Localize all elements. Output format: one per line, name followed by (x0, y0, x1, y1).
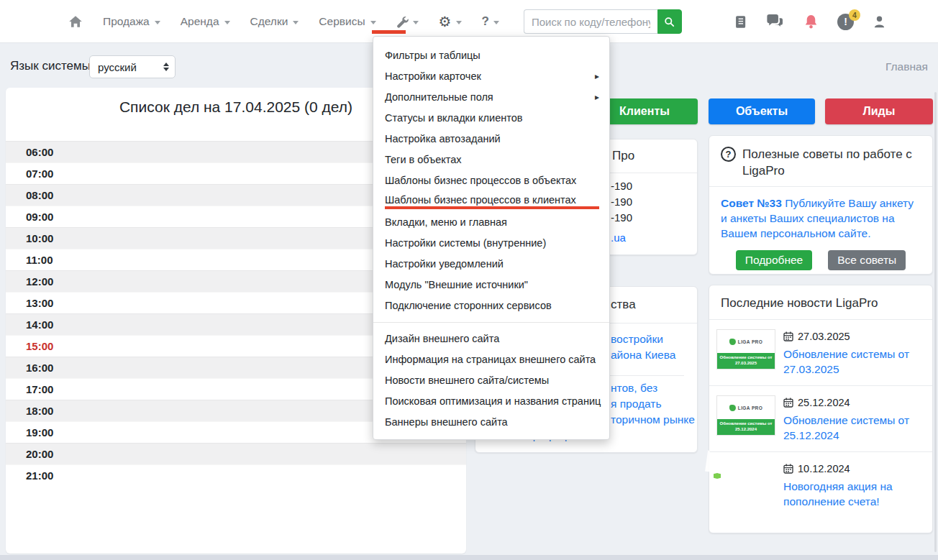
news-card: Последние новости LigaPro LIGA PRO Обнов… (709, 285, 933, 533)
time-label: 18:00 (26, 405, 53, 417)
partner-card-title-fragment: ства (611, 298, 636, 312)
directory-icon[interactable] (734, 15, 747, 29)
time-label: 09:00 (26, 211, 53, 223)
menu-item-tabs-menu-main[interactable]: Вкладки, меню и главная (373, 212, 609, 233)
menu-item-third-party-services[interactable]: Подключение сторонних сервисов (373, 295, 609, 316)
time-label: 19:00 (26, 426, 53, 439)
menu-item-autotasks[interactable]: Настройка автозаданий (373, 129, 609, 150)
tip-details-button[interactable]: Подробнее (736, 250, 812, 270)
news-thumbnail[interactable]: LIGA PRO Обновление системы от 27.03.202… (716, 329, 775, 377)
time-label: 20:00 (26, 448, 53, 460)
menu-item-site-banners[interactable]: Баннеры внешнего сайта (373, 412, 609, 433)
menu-item-card-settings[interactable]: Настройки карточек▸ (373, 66, 609, 87)
tips-card-title: Полезные советы по работе с LigaPro (742, 146, 921, 179)
active-nav-underline (372, 30, 406, 34)
search-box (524, 9, 682, 34)
help-menu-toggle[interactable]: ? (482, 14, 499, 29)
tools-menu-toggle[interactable] (396, 16, 419, 28)
thumbnail-caption: Обновление системы от 27.03.2025 (717, 353, 775, 369)
language-label: Язык системы (10, 59, 91, 73)
menu-item-notification-settings[interactable]: Настройки уведомлений (373, 254, 609, 275)
nav-item-label: Сервисы (319, 15, 365, 28)
menu-item-extra-fields[interactable]: Дополнительные поля▸ (373, 87, 609, 108)
leads-button[interactable]: Лиды (825, 98, 933, 124)
breadcrumb-home-link[interactable]: Главная (885, 60, 928, 73)
partner-link-fragment[interactable]: айона Киева (611, 349, 675, 362)
chevron-down-icon (370, 21, 376, 24)
tip-number-label: Совет №33 (721, 197, 782, 209)
partner-link-fragment[interactable]: я продать (611, 398, 662, 410)
objects-button[interactable]: Объекты (709, 98, 815, 124)
calendar-icon (783, 464, 793, 474)
menu-divider (373, 322, 609, 323)
nav-item-deals[interactable]: Сделки (250, 15, 299, 28)
menu-item-system-settings[interactable]: Настройки системы (внутренние) (373, 233, 609, 254)
messages-icon[interactable] (765, 14, 785, 29)
menu-item-seo-page-titles[interactable]: Поисковая оптимизация и названия страниц (373, 391, 609, 412)
notifications-bell-icon[interactable] (803, 14, 819, 30)
partner-link-fragment[interactable]: востройки (611, 333, 663, 346)
time-label: 13:00 (26, 297, 53, 309)
news-link[interactable]: Обновление системы от 25.12.2024 (783, 413, 922, 443)
news-thumbnail[interactable]: НОВОРІЧНІ БОНУСИ! При оплаті CRM на пів … (716, 462, 775, 509)
nav-item-sales[interactable]: Продажа (103, 15, 160, 28)
thumbnail-caption: Обновление системы от 25.12.2024 (717, 419, 775, 435)
menu-item-site-design[interactable]: Дизайн внешнего сайта (373, 329, 609, 349)
news-link[interactable]: Новогодняя акция на пополнение счета! (783, 479, 922, 509)
menu-item-bp-templates-clients[interactable]: Шаблоны бизнес процессов в клиентах (373, 191, 609, 212)
partner-link-fragment[interactable]: торичном рынке (611, 413, 695, 426)
time-row[interactable]: 20:00 (6, 443, 466, 464)
news-date: 10.12.2024 (798, 463, 850, 474)
menu-item-filters-tables[interactable]: Фильтры и таблицы (373, 45, 609, 66)
menu-item-bp-templates-objects[interactable]: Шаблоны бизнес процессов в объектах (373, 170, 609, 191)
nav-item-rent[interactable]: Аренда (181, 15, 230, 28)
language-select[interactable]: русский (89, 55, 176, 78)
nav-item-services[interactable]: Сервисы (319, 15, 375, 28)
menu-item-object-tags[interactable]: Теги в объектах (373, 150, 609, 170)
chevron-down-icon (293, 21, 299, 24)
time-label: 11:00 (26, 254, 53, 266)
balance-icon[interactable]: ! 4 (837, 14, 854, 30)
home-icon[interactable] (68, 15, 83, 28)
menu-item-site-pages-info[interactable]: Информация на страницах внешнего сайта (373, 349, 609, 370)
menu-item-client-statuses-tabs[interactable]: Статусы и вкладки клиентов (373, 108, 609, 129)
nav-item-label: Аренда (181, 15, 219, 28)
select-arrows-icon (163, 63, 169, 71)
menu-item-external-sources-module[interactable]: Модуль "Внешние источники" (373, 275, 609, 295)
ligapro-logo-icon (729, 405, 736, 411)
profile-icon[interactable] (873, 15, 886, 29)
bottom-edge-bar (0, 555, 938, 560)
news-thumbnail[interactable]: LIGA PRO Обновление системы от 25.12.202… (716, 395, 775, 443)
time-label: 12:00 (26, 275, 53, 288)
vertical-scrollbar[interactable] (934, 92, 937, 552)
circled-question-icon: ? (721, 147, 736, 162)
time-label: 17:00 (26, 383, 53, 395)
site-link-fragment[interactable]: .ua (611, 231, 626, 244)
nav-item-label: Сделки (250, 15, 288, 28)
submenu-arrow-icon: ▸ (595, 87, 599, 108)
calendar-icon (783, 398, 793, 408)
settings-dropdown-menu: Фильтры и таблицы Настройки карточек▸ До… (373, 36, 610, 440)
calendar-icon (783, 331, 793, 341)
news-item: НОВОРІЧНІ БОНУСИ! При оплаті CRM на пів … (709, 452, 932, 518)
menu-item-site-news[interactable]: Новости внешнего сайта/системы (373, 370, 609, 391)
news-link[interactable]: Обновление системы от 27.03.2025 (783, 346, 922, 377)
news-card-title: Последние новости LigaPro (709, 285, 932, 319)
all-tips-button[interactable]: Все советы (828, 250, 906, 270)
notification-count-badge: 4 (849, 9, 860, 21)
contacts-card-title-fragment: Про (612, 149, 634, 163)
phone-fragment: -190 (611, 180, 632, 192)
news-date: 25.12.2024 (798, 397, 850, 408)
time-label: 21:00 (26, 469, 53, 482)
time-label: 14:00 (26, 318, 53, 331)
search-input[interactable] (524, 9, 657, 34)
settings-menu-toggle[interactable]: ⚙ (439, 14, 462, 29)
time-row[interactable]: 21:00 (6, 464, 466, 486)
search-icon (664, 17, 675, 27)
search-button[interactable] (657, 9, 682, 34)
submenu-arrow-icon: ▸ (595, 66, 599, 87)
ligapro-logo-text: LIGA PRO (738, 405, 762, 410)
time-label: 08:00 (26, 189, 53, 201)
partner-link-fragment[interactable]: нтов, без (611, 382, 657, 395)
phone-fragment: -190 (611, 196, 632, 208)
